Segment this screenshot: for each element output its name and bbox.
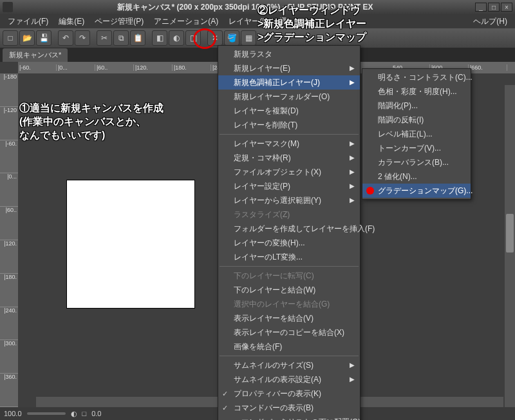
menu-separator — [220, 134, 359, 135]
menu-merge-selected: 選択中のレイヤーを結合(G) — [218, 297, 360, 311]
menu-page[interactable]: ページ管理(P) — [89, 15, 149, 28]
menu-lt-convert[interactable]: レイヤーのLT変換... — [218, 250, 360, 264]
submenu-gradient-map[interactable]: グラデーションマップ(G)... — [362, 184, 471, 198]
menu-new-raster[interactable]: 新規ラスタ — [218, 47, 360, 61]
annotation-1: ①適当に新規キャンバスを作成 (作業中のキャンバスとか、 なんでもいいです) — [19, 102, 164, 142]
menu-separator — [220, 356, 359, 356]
scrollbar-vertical[interactable] — [505, 85, 515, 407]
minimize-button[interactable]: _ — [475, 3, 487, 12]
submenu-hue[interactable]: 色相・彩度・明度(H)... — [362, 84, 471, 99]
maximize-button[interactable]: □ — [488, 3, 500, 12]
menu-ruler-frame[interactable]: 定規・コマ枠(R)▶ — [218, 151, 360, 165]
red-dot-icon — [366, 187, 374, 195]
menu-flatten[interactable]: 画像を統合(F) — [218, 339, 360, 354]
menu-separator — [220, 266, 359, 267]
menu-file-object[interactable]: ファイルオブジェクト(X)▶ — [218, 165, 360, 179]
menu-new-adjustment-layer[interactable]: 新規色調補正レイヤー(J)▶ — [218, 75, 360, 90]
menu-convert-layer[interactable]: レイヤーの変換(H)... — [218, 236, 360, 250]
annotation-2: ②レイヤーウィンドウ >新規色調補正レイヤー >グラデーションマップ — [258, 4, 366, 44]
menu-edit[interactable]: 編集(E) — [53, 15, 89, 28]
adjustment-submenu: 明るさ・コントラスト(C)... 色相・彩度・明度(H)... 階調化(P)..… — [362, 68, 471, 200]
toolbar-save-icon[interactable]: 💾 — [36, 30, 52, 46]
menu-merge-visible-copy[interactable]: 表示レイヤーのコピーを結合(X) — [218, 325, 360, 339]
window-title: 新規キャンバス* (200 x 200px 350dpi 100.0%) - C… — [15, 2, 475, 13]
menu-thumbnail-size[interactable]: サムネイルのサイズ(S)▶ — [218, 358, 360, 372]
app-icon — [3, 2, 13, 12]
toolbar-erase-icon[interactable]: ◐ — [169, 30, 184, 46]
menu-create-folder-insert[interactable]: フォルダーを作成してレイヤーを挿入(F) — [218, 222, 360, 236]
toolbar-cut-icon[interactable]: ✂ — [97, 30, 112, 46]
menu-new-layer[interactable]: 新規レイヤー(E)▶ — [218, 61, 360, 75]
menu-layer-mask[interactable]: レイヤーマスク(M)▶ — [218, 137, 360, 151]
menu-command-bar-position[interactable]: ✓コマンドバーをリストの下に配置(Q) — [218, 415, 360, 420]
submenu-curves[interactable]: トーンカーブ(V)... — [362, 141, 471, 155]
angle-icon: ◐ — [71, 410, 77, 418]
menu-thumbnail-display[interactable]: サムネイルの表示設定(A)▶ — [218, 372, 360, 387]
ruler-vertical: |-180|-120|-60.|0...|60..|120.|180.|240.… — [0, 73, 18, 407]
layer-menu: 新規ラスタ 新規レイヤー(E)▶ 新規色調補正レイヤー(J)▶ 新規レイヤーフォ… — [218, 45, 360, 420]
toolbar-bucket-icon[interactable]: 🪣 — [224, 30, 239, 46]
toolbar-undo-icon[interactable]: ↶ — [58, 30, 73, 46]
menu-selection-from-layer[interactable]: レイヤーから選択範囲(Y)▶ — [218, 193, 360, 207]
menu-delete-layer[interactable]: レイヤーを削除(T) — [218, 118, 360, 132]
menu-merge-down[interactable]: 下のレイヤーと結合(W) — [218, 283, 360, 297]
menu-duplicate-layer[interactable]: レイヤーを複製(D) — [218, 104, 360, 118]
menu-file[interactable]: ファイル(F) — [3, 15, 53, 28]
menu-animation[interactable]: アニメーション(A) — [149, 15, 223, 28]
toolbar-redo-icon[interactable]: ↷ — [75, 30, 90, 46]
toolbar-transform-icon[interactable]: ▦ — [241, 30, 256, 46]
menu-property-bar[interactable]: ✓プロパティバーの表示(K) — [218, 387, 360, 401]
submenu-invert[interactable]: 階調の反転(I) — [362, 113, 471, 127]
menu-rasterize: ラスタライズ(Z) — [218, 207, 360, 222]
close-button[interactable]: × — [501, 3, 512, 12]
annotation-circle — [193, 28, 216, 49]
submenu-color-balance[interactable]: カラーバランス(B)... — [362, 155, 471, 169]
menu-layer-settings[interactable]: レイヤー設定(P)▶ — [218, 179, 360, 193]
document-tab[interactable]: 新規キャンバス* — [3, 48, 68, 62]
toolbar-copy-icon[interactable]: ⧉ — [113, 30, 129, 46]
toolbar-new-icon[interactable]: □ — [3, 30, 18, 46]
submenu-posterize[interactable]: 階調化(P)... — [362, 99, 471, 113]
canvas[interactable] — [66, 180, 195, 309]
menu-merge-visible[interactable]: 表示レイヤーを結合(V) — [218, 311, 360, 325]
angle-value: 0.0 — [91, 410, 101, 417]
menu-new-folder[interactable]: 新規レイヤーフォルダー(O) — [218, 90, 360, 104]
menu-help[interactable]: ヘルプ(H) — [468, 15, 512, 28]
zoom-slider[interactable] — [27, 412, 66, 415]
submenu-levels[interactable]: レベル補正(L)... — [362, 127, 471, 141]
toolbar-open-icon[interactable]: 📂 — [19, 30, 35, 46]
submenu-brightness[interactable]: 明るさ・コントラスト(C)... — [362, 70, 471, 84]
zoom-value: 100.0 — [4, 410, 22, 417]
menu-transfer-below: 下のレイヤーに転写(C) — [218, 269, 360, 283]
menu-command-bar[interactable]: ✓コマンドバーの表示(B) — [218, 401, 360, 415]
submenu-binarize[interactable]: 2 値化(N)... — [362, 169, 471, 184]
angle-icon2: □ — [82, 410, 87, 417]
scrollbar-thumb[interactable] — [506, 214, 514, 253]
toolbar-paste-icon[interactable]: 📋 — [130, 30, 145, 46]
toolbar-fill-icon[interactable]: ◧ — [152, 30, 167, 46]
